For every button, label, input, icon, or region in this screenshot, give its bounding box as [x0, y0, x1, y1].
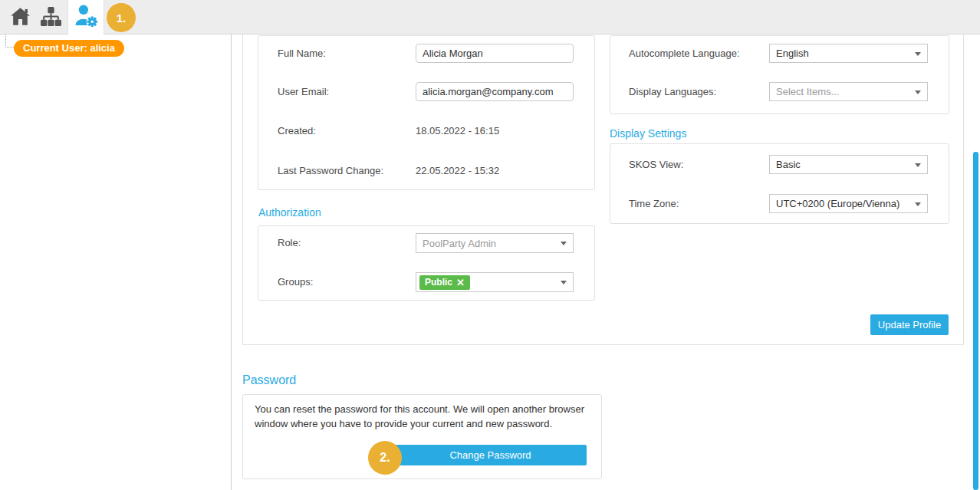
display-languages-placeholder: Select Items... [776, 86, 839, 97]
last-password-change-value: 22.05.2022 - 15:32 [416, 161, 499, 180]
role-select-value: PoolParty Admin [423, 238, 496, 249]
time-zone-label: Time Zone: [629, 194, 679, 213]
caret-down-icon [915, 163, 921, 167]
skos-view-select[interactable]: Basic [769, 155, 928, 174]
caret-down-icon [915, 90, 921, 94]
created-label: Created: [278, 121, 316, 140]
current-user-badge[interactable]: Current User: alicia [14, 40, 124, 57]
step-1-badge: 1. [107, 3, 136, 32]
home-button[interactable] [6, 5, 34, 29]
last-password-change-label: Last Password Change: [278, 161, 383, 180]
caret-down-icon [561, 242, 567, 245]
step-2-badge: 2. [368, 441, 402, 475]
sidebar [0, 35, 232, 490]
change-password-button[interactable]: Change Password [394, 445, 587, 465]
user-settings-tab[interactable] [67, 0, 104, 35]
skos-view-value: Basic [776, 159, 801, 170]
update-profile-button[interactable]: Update Profile [870, 314, 949, 335]
role-select[interactable]: PoolParty Admin [416, 233, 574, 253]
time-zone-value: UTC+0200 (Europe/Vienna) [776, 198, 899, 209]
tree-connector [5, 35, 14, 48]
group-tag-public: Public ✕ [419, 275, 470, 290]
password-description-line1: You can reset the password for this acco… [255, 402, 584, 416]
hierarchy-icon [40, 6, 62, 29]
time-zone-select[interactable]: UTC+0200 (Europe/Vienna) [769, 194, 928, 213]
role-label: Role: [278, 233, 301, 253]
group-tag-label: Public [425, 278, 452, 287]
user-settings-icon [74, 4, 99, 31]
hierarchy-button[interactable] [37, 5, 64, 29]
full-name-input[interactable] [416, 44, 574, 63]
user-email-label: User Email: [278, 82, 329, 101]
autocomplete-language-label: Autocomplete Language: [629, 44, 740, 63]
user-profile-page: 1. Current User: alicia Full Name: User … [0, 0, 980, 490]
user-email-input[interactable] [416, 82, 574, 101]
remove-group-icon[interactable]: ✕ [456, 278, 465, 288]
created-value: 18.05.2022 - 16:15 [416, 121, 499, 140]
display-languages-select[interactable]: Select Items... [769, 82, 928, 101]
toolbar [0, 0, 980, 35]
authorization-heading: Authorization [258, 206, 321, 219]
display-settings-heading: Display Settings [610, 127, 686, 140]
full-name-label: Full Name: [278, 44, 326, 63]
skos-view-label: SKOS View: [629, 155, 683, 174]
display-languages-label: Display Languages: [629, 82, 716, 101]
caret-down-icon [561, 281, 567, 284]
groups-label: Groups: [278, 272, 313, 292]
password-description-line2: window where you have to provide your cu… [255, 416, 552, 431]
password-heading: Password [242, 373, 296, 387]
groups-select[interactable]: Public ✕ [416, 272, 574, 292]
vertical-scrollbar-thumb[interactable] [973, 152, 978, 490]
caret-down-icon [915, 202, 921, 206]
autocomplete-language-select[interactable]: English [769, 44, 928, 63]
caret-down-icon [915, 52, 921, 56]
home-icon [10, 7, 31, 28]
autocomplete-language-value: English [776, 48, 809, 59]
